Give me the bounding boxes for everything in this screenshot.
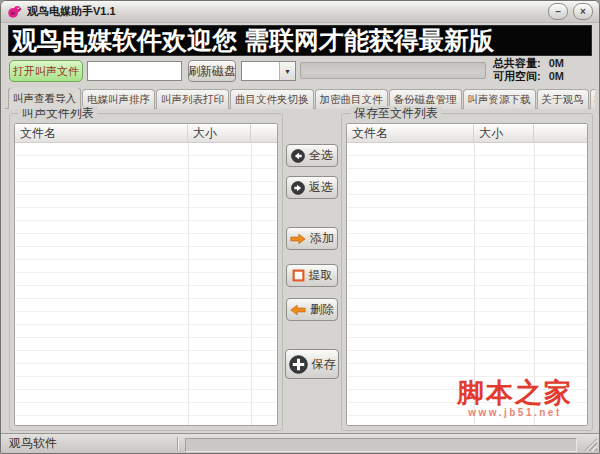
column-divider [474, 143, 475, 425]
save-file-list-header: 文件名 大小 [347, 124, 587, 143]
orange-square-icon [292, 269, 305, 282]
refresh-disk-button[interactable]: 刷新磁盘 [188, 60, 236, 82]
free-space-value: 0M [549, 70, 564, 83]
circle-plus-icon [289, 355, 308, 374]
open-sound-file-button[interactable]: 打开叫声文件 [9, 60, 83, 82]
disk-select-dropdown[interactable]: ▼ [241, 61, 296, 81]
statusbar-message-field [185, 438, 577, 452]
orange-arrow-left-icon [290, 304, 306, 316]
resize-grip-icon[interactable] [584, 438, 597, 451]
column-divider [251, 143, 252, 425]
column-header-extra[interactable] [534, 124, 587, 142]
statusbar-app-label: 观鸟软件 [9, 435, 57, 452]
sound-file-list-header: 文件名 大小 [15, 124, 277, 143]
tab-sound-view-import[interactable]: 叫声查看导入 [8, 88, 81, 109]
add-label: 添加 [310, 230, 334, 247]
window-title: 观鸟电媒助手V1.1 [27, 4, 543, 19]
save-file-list-groupbox: 保存至文件列表 文件名 大小 脚本之家 www.jb51.net [341, 113, 593, 431]
total-capacity-value: 0M [549, 57, 564, 70]
sound-file-path-input[interactable] [87, 61, 182, 81]
save-label: 保存 [312, 356, 336, 373]
select-all-button[interactable]: 全选 [286, 144, 338, 167]
invert-selection-label: 返选 [309, 179, 333, 196]
column-header-size[interactable]: 大小 [188, 124, 251, 142]
save-button[interactable]: 保存 [285, 349, 339, 379]
save-file-list-body[interactable] [347, 143, 587, 425]
extract-button[interactable]: 提取 [286, 264, 338, 287]
action-button-column: 全选 返选 添加 提取 删除 [285, 113, 339, 431]
column-header-filename[interactable]: 文件名 [347, 124, 474, 142]
titlebar: 观鸟电媒助手V1.1 – × [1, 1, 599, 23]
minimize-button[interactable]: – [548, 3, 568, 20]
chevron-down-icon[interactable]: ▼ [279, 62, 295, 80]
free-space-label: 可用空间: [493, 70, 541, 83]
circle-arrow-left-icon [291, 149, 305, 163]
select-all-label: 全选 [309, 147, 333, 164]
tab-track-folder-switch[interactable]: 曲目文件夹切换 [230, 89, 314, 109]
tab-sound-resource-download[interactable]: 叫声资源下载 [463, 89, 536, 109]
column-header-filename[interactable]: 文件名 [15, 124, 188, 142]
tab-sound-list-print[interactable]: 叫声列表打印 [156, 89, 229, 109]
save-file-listview[interactable]: 文件名 大小 脚本之家 www.jb51.net [346, 123, 588, 426]
tab-about[interactable]: 关于观鸟 [537, 89, 589, 109]
app-window: 观鸟电媒助手V1.1 – × 观鸟电媒软件欢迎您 需联网才能获得最新版 打开叫声… [0, 0, 600, 454]
welcome-banner: 观鸟电媒软件欢迎您 需联网才能获得最新版 [8, 25, 592, 56]
sound-file-list-body[interactable] [15, 143, 277, 425]
column-header-extra[interactable] [251, 124, 277, 142]
sound-file-listview[interactable]: 文件名 大小 [14, 123, 278, 426]
total-capacity-label: 总共容量: [493, 57, 541, 70]
invert-selection-button[interactable]: 返选 [286, 176, 338, 199]
close-button[interactable]: × [573, 3, 593, 20]
column-divider [534, 143, 535, 425]
circle-arrow-right-icon [291, 181, 305, 195]
column-divider [188, 143, 189, 425]
disk-select-value [242, 62, 279, 80]
app-bird-icon [7, 4, 22, 19]
statusbar: 观鸟软件 [1, 433, 599, 453]
statusbar-divider [177, 437, 179, 450]
extract-label: 提取 [309, 267, 333, 284]
capacity-info: 总共容量: 0M 可用空间: 0M [493, 57, 564, 83]
tab-help[interactable]: 软件帮助 [590, 89, 596, 109]
orange-arrow-right-icon [290, 233, 306, 245]
add-button[interactable]: 添加 [286, 227, 338, 250]
sound-file-list-groupbox: 叫声文件列表 文件名 大小 [9, 113, 283, 431]
delete-label: 删除 [310, 301, 334, 318]
delete-button[interactable]: 删除 [286, 298, 338, 321]
disk-usage-bar [300, 62, 486, 79]
column-header-size[interactable]: 大小 [474, 124, 534, 142]
save-file-list-title: 保存至文件列表 [350, 106, 442, 120]
